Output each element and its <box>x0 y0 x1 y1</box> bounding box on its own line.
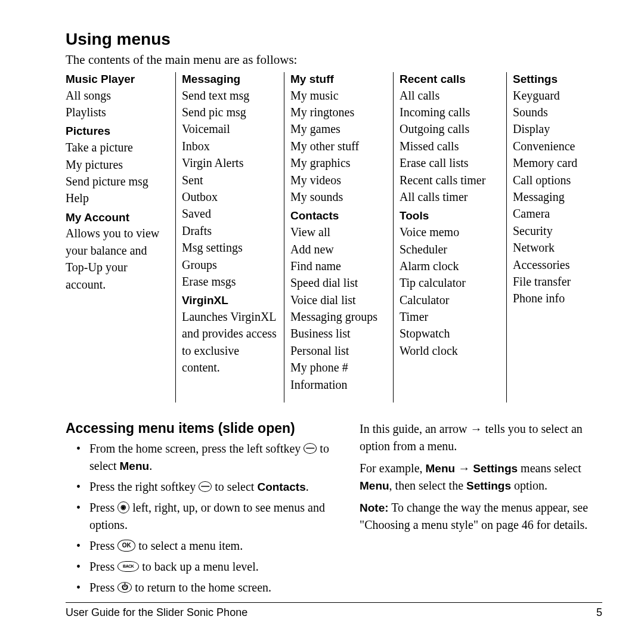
menu-item: Send picture msg <box>66 173 169 190</box>
back-icon: BACK <box>117 561 139 572</box>
menu-item: Business list <box>290 325 387 342</box>
menu-item: My videos <box>290 172 387 188</box>
note-label: Note: <box>360 501 389 514</box>
menu-item: All songs <box>66 87 169 104</box>
menu-item: Speed dial list <box>290 274 387 291</box>
menu-item: Display <box>513 120 590 137</box>
menu-item: My graphics <box>290 154 387 171</box>
settings-label: Settings <box>466 479 511 492</box>
ok-icon: OK <box>117 540 135 552</box>
footer-title: User Guide for the Slider Sonic Phone <box>66 606 247 619</box>
menu-category: Messaging <box>182 72 278 87</box>
accessing-menu-section: Accessing menu items (slide open) From t… <box>66 420 331 600</box>
text: For example, <box>360 462 426 475</box>
text: to select a menu item. <box>135 539 243 552</box>
menu-item: Convenience <box>513 138 590 154</box>
text: Press <box>89 501 117 514</box>
menu-item: My ringtones <box>290 104 387 120</box>
menu-item: Outgoing calls <box>400 120 500 137</box>
menu-description: Launches VirginXL and provides access to… <box>182 308 278 376</box>
text: To change the way the menus appear, see … <box>360 501 588 531</box>
guide-text-section: In this guide, an arrow → tells you to s… <box>360 420 602 600</box>
menu-item: Tip calculator <box>400 274 500 291</box>
text: Press <box>89 581 117 594</box>
menu-item: File transfer <box>513 273 590 290</box>
settings-label: Settings <box>473 462 518 475</box>
text: From the home screen, press the left sof… <box>89 442 304 455</box>
menu-item: Msg settings <box>182 239 278 256</box>
arrow-icon: → <box>470 422 482 435</box>
text: Press the right softkey <box>89 480 199 493</box>
instruction-item: Press the right softkey — to select Cont… <box>85 478 331 496</box>
menu-item: Alarm clock <box>400 258 500 274</box>
text: , then select the <box>389 479 466 492</box>
menu-item: Playlists <box>66 104 169 120</box>
paragraph: In this guide, an arrow → tells you to s… <box>360 420 602 455</box>
menu-item: Missed calls <box>400 138 500 154</box>
menu-item: Network <box>513 239 590 256</box>
menu-item: Drafts <box>182 222 278 239</box>
menu-item: Sounds <box>513 104 590 120</box>
page-footer: User Guide for the Slider Sonic Phone 5 <box>66 602 602 619</box>
menu-item: Find name <box>290 258 387 274</box>
menu-category: Recent calls <box>400 72 500 87</box>
menu-description: Allows you to view your balance and Top-… <box>66 225 169 293</box>
menu-columns: Music PlayerAll songsPlaylistsPicturesTa… <box>66 72 602 402</box>
intro-text: The contents of the main menu are as fol… <box>66 52 602 67</box>
menu-item: Groups <box>182 256 278 273</box>
menu-item: View all <box>290 224 387 240</box>
text: . <box>306 480 309 493</box>
menu-item: Erase call lists <box>400 154 500 171</box>
text: In this guide, an arrow <box>360 422 470 435</box>
menu-item: Inbox <box>182 138 278 154</box>
end-icon: ⏻ <box>117 582 132 593</box>
menu-item: Messaging groups <box>290 308 387 325</box>
menu-item: Sent <box>182 172 278 188</box>
menu-item: Erase msgs <box>182 273 278 290</box>
menu-item: Phone info <box>513 290 590 306</box>
menu-item: All calls timer <box>400 188 500 205</box>
menu-item: Stopwatch <box>400 325 500 342</box>
menu-item: Call options <box>513 172 590 188</box>
lower-section: Accessing menu items (slide open) From t… <box>66 420 602 600</box>
menu-item: My other stuff <box>290 138 387 154</box>
text: means select <box>518 462 581 475</box>
menu-item: Messaging <box>513 188 590 205</box>
instruction-item: Press left, right, up, or down to see me… <box>85 499 331 534</box>
softkey-icon: — <box>304 443 317 454</box>
menu-item: Information <box>290 376 387 393</box>
menu-item: Camera <box>513 205 590 222</box>
section-heading: Using menus <box>66 30 602 49</box>
menu-item: Accessories <box>513 256 590 273</box>
menu-item: All calls <box>400 87 500 104</box>
menu-category: Contacts <box>290 209 387 224</box>
menu-item: My sounds <box>290 188 387 205</box>
sub-heading: Accessing menu items (slide open) <box>66 420 331 436</box>
menu-item: Help <box>66 190 169 206</box>
menu-category: VirginXL <box>182 293 278 308</box>
menu-item: My games <box>290 120 387 137</box>
menu-col-3: My stuffMy musicMy ringtonesMy gamesMy o… <box>284 72 394 402</box>
menu-label: Menu <box>120 460 150 472</box>
menu-item: World clock <box>400 342 500 359</box>
menu-category: Tools <box>400 209 500 224</box>
menu-item: Send text msg <box>182 87 278 104</box>
menu-col-5: SettingsKeyguardSoundsDisplayConvenience… <box>507 72 596 402</box>
menu-item: My music <box>290 87 387 104</box>
menu-item: Memory card <box>513 154 590 171</box>
paragraph: Note: To change the way the menus appear… <box>360 499 602 534</box>
page-number: 5 <box>596 606 602 619</box>
menu-item: My pictures <box>66 156 169 173</box>
menu-category: Music Player <box>66 72 169 87</box>
menu-item: Scheduler <box>400 241 500 258</box>
text: to select <box>212 480 257 493</box>
menu-category: Settings <box>513 72 590 87</box>
menu-col-4: Recent callsAll callsIncoming callsOutgo… <box>394 72 507 402</box>
menu-label: Menu <box>426 462 456 475</box>
instruction-item: Press BACK to back up a menu level. <box>85 558 331 575</box>
menu-item: Take a picture <box>66 139 169 156</box>
text: to return to the home screen. <box>132 581 271 594</box>
menu-item: My phone # <box>290 359 387 376</box>
menu-category: My stuff <box>290 72 387 87</box>
menu-item: Voice dial list <box>290 292 387 308</box>
